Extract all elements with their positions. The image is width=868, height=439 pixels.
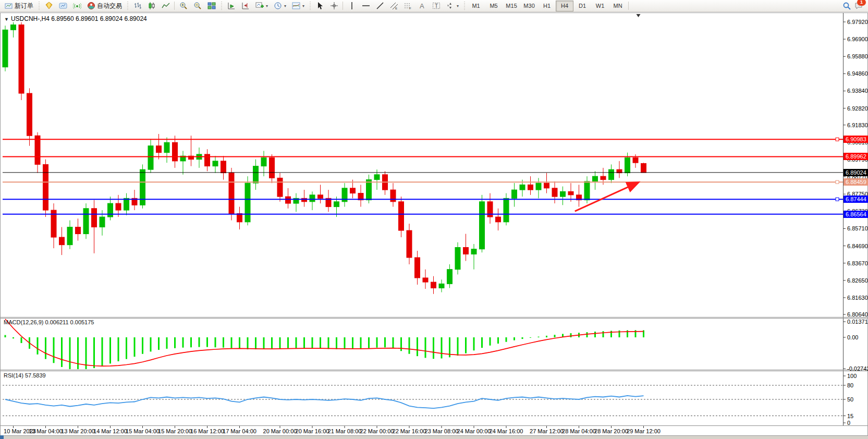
candle-body[interactable] [407,230,412,258]
candle-body[interactable] [584,181,590,200]
candle-body[interactable] [108,203,113,217]
candle-body[interactable] [374,175,380,180]
candle-body[interactable] [496,217,501,222]
new-order-button[interactable]: 新订单 [2,1,36,11]
candle-body[interactable] [221,161,226,173]
candle-body[interactable] [19,25,24,94]
candle-body[interactable] [76,227,81,234]
candle-body[interactable] [423,278,428,282]
candle-body[interactable] [148,146,153,169]
templates-button[interactable]: ▾ [289,1,307,11]
timeframe-m30-button[interactable]: M30 [520,1,538,11]
candle-body[interactable] [641,163,646,173]
candle-body[interactable] [27,93,32,136]
timeframe-h4-button[interactable]: H4 [556,1,573,11]
candle-body[interactable] [229,173,234,214]
timeframe-d1-button[interactable]: D1 [573,1,591,11]
panel-separator[interactable] [1,370,867,370]
candle-body[interactable] [504,198,509,222]
candle-body[interactable] [67,227,72,245]
candle-body[interactable] [213,161,218,166]
candle-body[interactable] [334,202,339,207]
tile-windows-button[interactable] [204,1,218,11]
candle-body[interactable] [568,191,573,194]
candle-body[interactable] [528,185,533,190]
symbol-dropdown-icon[interactable]: ▼ [4,17,9,22]
candle-body[interactable] [318,195,323,198]
candle-body[interactable] [560,191,566,197]
signals-button[interactable] [70,1,84,11]
indicators-button[interactable]: ▾ [252,1,271,11]
candle-body[interactable] [536,183,541,190]
text-label-button[interactable]: T [429,1,443,11]
candle-body[interactable] [59,237,65,245]
candle-body[interactable] [3,30,8,67]
candle-body[interactable] [253,166,259,183]
line-handle[interactable] [836,138,839,141]
trendline-button[interactable] [373,1,387,11]
gem-button[interactable] [42,1,56,11]
candle-body[interactable] [390,190,396,202]
candle-body[interactable] [83,209,89,234]
candle-body[interactable] [277,178,283,197]
timeframe-m1-button[interactable]: M1 [467,1,485,11]
timeframe-w1-button[interactable]: W1 [591,1,609,11]
candle-body[interactable] [512,190,517,198]
candle-body[interactable] [11,25,16,30]
equidistant-channel-button[interactable]: E [387,1,401,11]
candle-body[interactable] [463,248,469,254]
publisher-button[interactable] [56,1,70,11]
candle-body[interactable] [116,203,121,210]
candle-body[interactable] [205,154,210,166]
crosshair-button[interactable] [327,1,341,11]
notifications-icon[interactable]: 1 [854,2,863,10]
periods-button[interactable]: ▾ [271,1,289,11]
candle-body[interactable] [544,183,549,188]
candle-body[interactable] [43,164,48,210]
candle-body[interactable] [100,217,105,227]
fibonacci-button[interactable]: F [401,1,415,11]
candle-body[interactable] [286,197,291,203]
candle-body[interactable] [237,214,242,222]
zoom-in-button[interactable] [176,1,190,11]
candle-body[interactable] [480,202,485,249]
candle-body[interactable] [601,176,606,179]
cursor-button[interactable] [313,1,327,11]
auto-scroll-button[interactable] [224,1,238,11]
candle-body[interactable] [261,157,266,166]
candle-body[interactable] [520,185,525,190]
candle-body[interactable] [156,146,162,153]
timeframe-mn-button[interactable]: MN [609,1,627,11]
timeframe-m15-button[interactable]: M15 [503,1,520,11]
candlestick-chart-button[interactable] [144,1,158,11]
chart-shift-button[interactable] [238,1,252,11]
line-handle[interactable] [836,180,839,184]
candle-body[interactable] [593,176,598,181]
candle-body[interactable] [92,209,97,227]
candle-body[interactable] [270,157,275,178]
bar-chart-button[interactable] [130,1,144,11]
candle-body[interactable] [124,198,129,210]
candle-body[interactable] [625,157,630,173]
candle-body[interactable] [245,183,250,222]
candle-body[interactable] [415,258,420,278]
horizontal-line-button[interactable] [359,1,373,11]
autotrading-button[interactable]: 自动交易 [84,1,125,11]
candle-body[interactable] [552,188,557,197]
candle-body[interactable] [455,248,460,270]
zoom-out-button[interactable] [190,1,204,11]
candle-body[interactable] [350,188,356,193]
candle-body[interactable] [471,249,476,254]
candle-body[interactable] [609,169,614,179]
line-chart-button[interactable] [158,1,173,11]
candle-body[interactable] [633,157,638,163]
chart-canvas[interactable] [0,0,868,439]
timeframe-m5-button[interactable]: M5 [485,1,503,11]
panel-separator[interactable] [1,317,867,318]
candle-body[interactable] [310,195,315,202]
arrows-button[interactable]: ▾ [443,1,461,11]
line-handle[interactable] [836,198,839,201]
candle-body[interactable] [164,142,169,152]
vertical-line-button[interactable] [345,1,359,11]
text-button[interactable]: A [415,1,429,11]
